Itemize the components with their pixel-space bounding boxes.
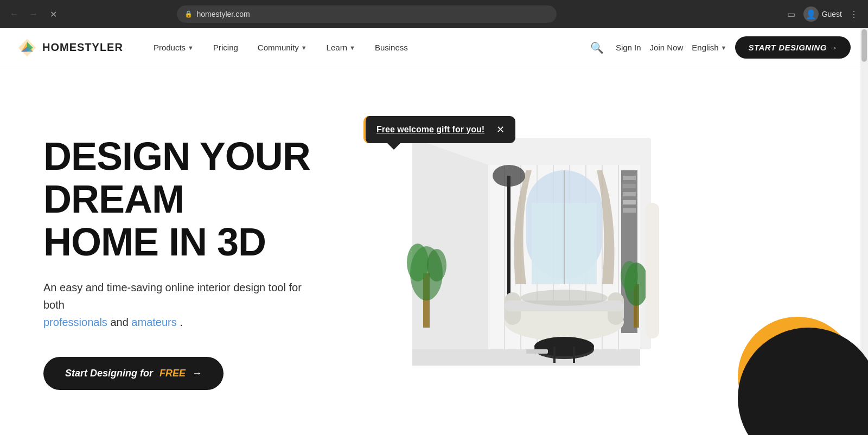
svg-rect-21 — [623, 176, 636, 180]
highlight-amateurs: amateurs — [131, 316, 176, 328]
start-designing-nav-button[interactable]: START DESIGNING → — [735, 36, 851, 59]
svg-rect-43 — [646, 203, 659, 338]
language-chevron: ▼ — [720, 44, 726, 51]
nav-products[interactable]: Products ▼ — [145, 39, 202, 56]
close-popup-button[interactable]: ✕ — [496, 124, 505, 136]
svg-rect-35 — [573, 347, 575, 363]
lock-icon: 🔒 — [184, 10, 193, 18]
search-button[interactable]: 🔍 — [588, 38, 607, 57]
language-selector[interactable]: English ▼ — [692, 43, 726, 52]
welcome-popup: Free welcome gift for you! ✕ — [363, 116, 515, 143]
hero-subtitle: An easy and time-saving online interior … — [43, 279, 326, 331]
guest-label: Guest — [822, 10, 842, 18]
logo[interactable]: HOMESTYLER — [17, 38, 123, 57]
nav-pricing[interactable]: Pricing — [205, 39, 247, 56]
svg-rect-22 — [623, 184, 636, 188]
hero-title: DESIGN YOUR DREAM HOME IN 3D — [43, 135, 369, 264]
hero-content: DESIGN YOUR DREAM HOME IN 3D An easy and… — [43, 135, 369, 391]
svg-rect-25 — [623, 208, 636, 213]
nav-right: 🔍 Sign In Join Now English ▼ START DESIG… — [588, 36, 851, 59]
browser-right: ▭ 👤 Guest ⋮ — [784, 7, 861, 22]
cta-start-designing-button[interactable]: Start Designing for FREE → — [43, 357, 224, 390]
close-button[interactable]: ✕ — [46, 7, 61, 22]
nav-business[interactable]: Business — [366, 39, 417, 56]
back-button[interactable]: ← — [7, 7, 22, 22]
tabs-button[interactable]: ▭ — [784, 7, 799, 22]
sign-in-button[interactable]: Sign In — [616, 43, 641, 52]
guest-avatar: 👤 — [803, 7, 819, 22]
chevron-icon: ▼ — [349, 44, 355, 51]
svg-point-18 — [493, 165, 525, 187]
svg-rect-23 — [623, 192, 636, 196]
join-now-button[interactable]: Join Now — [650, 43, 684, 52]
svg-point-42 — [621, 261, 638, 291]
forward-button[interactable]: → — [26, 7, 41, 22]
nav-community[interactable]: Community ▼ — [249, 39, 316, 56]
address-bar[interactable]: 🔒 homestyler.com — [177, 5, 557, 23]
svg-point-31 — [521, 290, 608, 306]
navbar: HOMESTYLER Products ▼ Pricing Community … — [0, 28, 868, 67]
chevron-icon: ▼ — [188, 44, 194, 51]
cta-arrow: → — [192, 368, 202, 379]
svg-point-38 — [407, 244, 429, 282]
hero-visual: Free welcome gift for you! ✕ — [369, 100, 835, 425]
chevron-icon: ▼ — [301, 44, 307, 51]
popup-text[interactable]: Free welcome gift for you! — [376, 125, 484, 135]
guest-profile[interactable]: 👤 Guest — [803, 7, 842, 22]
cta-free-text: FREE — [159, 368, 186, 379]
room-illustration — [380, 121, 694, 393]
scrollbar-thumb[interactable] — [861, 29, 867, 62]
logo-icon — [17, 38, 37, 57]
url-text: homestyler.com — [197, 10, 250, 18]
svg-rect-44 — [526, 349, 548, 354]
browser-chrome: ← → ✕ 🔒 homestyler.com ▭ 👤 Guest ⋮ — [0, 0, 868, 28]
nav-learn[interactable]: Learn ▼ — [318, 39, 364, 56]
browser-menu-button[interactable]: ⋮ — [846, 7, 861, 22]
svg-rect-34 — [553, 347, 556, 363]
hero-section: DESIGN YOUR DREAM HOME IN 3D An easy and… — [0, 67, 868, 435]
nav-links: Products ▼ Pricing Community ▼ Learn ▼ B… — [145, 39, 588, 56]
svg-rect-24 — [623, 200, 636, 204]
logo-text: HOMESTYLER — [42, 41, 123, 54]
svg-point-39 — [427, 249, 446, 282]
highlight-professionals: professionals — [43, 316, 107, 328]
